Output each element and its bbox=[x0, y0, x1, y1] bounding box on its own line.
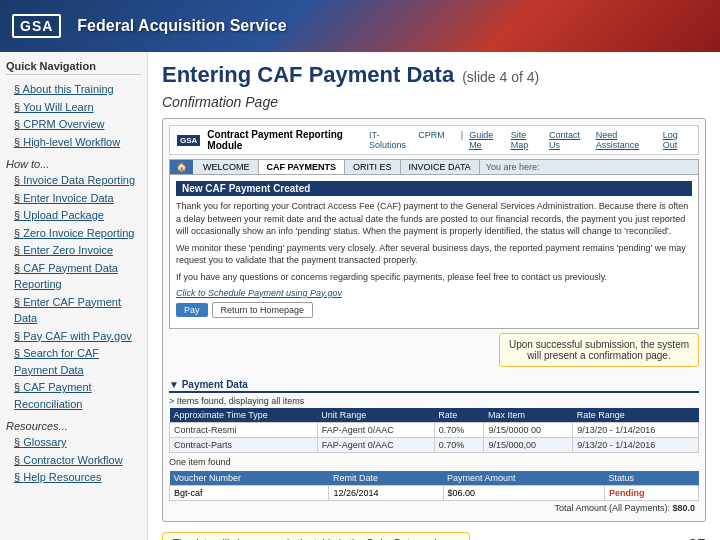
table-row: Contract-Resmi FAP-Agent 0/AAC 0.70% 9/1… bbox=[170, 422, 699, 437]
page-title: Entering CAF Payment Data bbox=[162, 62, 454, 88]
module-body: New CAF Payment Created Thank you for re… bbox=[169, 174, 699, 329]
sidebar-link-highlevel[interactable]: High-level Workflow bbox=[14, 134, 141, 151]
sidebar-howto-label: How to... bbox=[6, 158, 141, 170]
module-nav-it: IT-Solutions bbox=[369, 130, 412, 150]
return-homepage-button[interactable]: Return to Homepage bbox=[212, 302, 314, 318]
module-home-icon[interactable]: 🏠 bbox=[170, 160, 193, 174]
sidebar-link-upload[interactable]: Upload Package bbox=[14, 207, 141, 224]
sidebar-link-enter-zero[interactable]: Enter Zero Invoice bbox=[14, 242, 141, 259]
new-payment-header: New CAF Payment Created bbox=[176, 181, 692, 196]
payment-data-section: ▼ Payment Data > Items found, displaying… bbox=[169, 379, 699, 515]
nav-guide[interactable]: Guide Me bbox=[469, 130, 505, 150]
module-nav-cprm: CPRM bbox=[418, 130, 445, 150]
module-screenshot: GSA Contract Payment Reporting Module IT… bbox=[162, 118, 706, 522]
payment-data-table: Approximate Time Type Unit Range Rate Ma… bbox=[169, 408, 699, 453]
col-unit-range: Unit Range bbox=[317, 408, 434, 423]
module-pay-row: Pay Return to Homepage bbox=[176, 302, 692, 318]
module-gsa-logo: GSA bbox=[176, 134, 201, 147]
col-remit: Remit Date bbox=[329, 471, 443, 486]
sidebar-link-invoice-reporting[interactable]: Invoice Data Reporting bbox=[14, 172, 141, 189]
sidebar-link-about[interactable]: About this Training bbox=[14, 81, 141, 98]
sidebar: Quick Navigation About this Training You… bbox=[0, 52, 148, 540]
one-item-label: One item found bbox=[169, 457, 699, 467]
table-row: Contract-Parts FAP-Agent 0/AAC 0.70% 9/1… bbox=[170, 437, 699, 452]
sidebar-link-caf-reconciliation[interactable]: CAF Payment Reconciliation bbox=[14, 379, 141, 412]
payment-data-title: ▼ Payment Data bbox=[169, 379, 699, 393]
col-max-item: Max Item bbox=[484, 408, 573, 423]
header: GSA Federal Acquisition Service bbox=[0, 0, 720, 52]
status-pending: Pending bbox=[605, 485, 699, 500]
nav-sitemap[interactable]: Site Map bbox=[511, 130, 543, 150]
col-status: Status bbox=[605, 471, 699, 486]
voucher-row: Bgt-caf 12/26/2014 $06.00 Pending bbox=[170, 485, 699, 500]
nav-contact[interactable]: Contact Us bbox=[549, 130, 590, 150]
col-rate: Rate bbox=[434, 408, 484, 423]
module-breadcrumb: You are here: bbox=[480, 160, 698, 174]
tab-welcome[interactable]: WELCOME bbox=[195, 160, 259, 174]
page-number: 25 bbox=[688, 537, 706, 540]
items-displaying: > Items found, displaying all items bbox=[169, 396, 699, 406]
col-rate-range: Rate Range bbox=[573, 408, 699, 423]
callout-text: Upon successful submission, the system w… bbox=[509, 339, 689, 361]
col-time-type: Approximate Time Type bbox=[170, 408, 318, 423]
module-nav-bar: IT-Solutions CPRM | Guide Me Site Map Co… bbox=[369, 130, 692, 150]
module-title: Contract Payment Reporting Module bbox=[207, 129, 369, 151]
gsa-logo: GSA bbox=[12, 14, 61, 38]
callout-box: Upon successful submission, the system w… bbox=[499, 333, 699, 367]
module-text-1: Thank you for reporting your Contract Ac… bbox=[176, 200, 692, 238]
sidebar-link-search-caf[interactable]: Search for CAF Payment Data bbox=[14, 345, 141, 378]
module-text-2: We monitor these 'pending' payments very… bbox=[176, 242, 692, 267]
sidebar-title: Quick Navigation bbox=[6, 60, 141, 75]
tab-invoice-data[interactable]: INVOICE DATA bbox=[401, 160, 480, 174]
sidebar-link-contractor-workflow[interactable]: Contractor Workflow bbox=[14, 452, 141, 469]
nav-help[interactable]: Need Assistance bbox=[596, 130, 657, 150]
sidebar-link-youwilllearn[interactable]: You Will Learn bbox=[14, 99, 141, 116]
sidebar-link-pay-caf[interactable]: Pay CAF with Pay.gov bbox=[14, 328, 141, 345]
sidebar-link-zero-reporting[interactable]: Zero Invoice Reporting bbox=[14, 225, 141, 242]
pay-button[interactable]: Pay bbox=[176, 303, 208, 317]
tab-caf-payments[interactable]: CAF PAYMENTS bbox=[259, 160, 346, 174]
bottom-callout: The data will also appear in the table i… bbox=[162, 532, 470, 540]
main-layout: Quick Navigation About this Training You… bbox=[0, 52, 720, 540]
module-top-bar: GSA Contract Payment Reporting Module IT… bbox=[169, 125, 699, 155]
module-text-3: If you have any questions or concerns re… bbox=[176, 271, 692, 284]
sidebar-link-cprm[interactable]: CPRM Overview bbox=[14, 116, 141, 133]
col-payment: Payment Amount bbox=[443, 471, 605, 486]
sidebar-link-help[interactable]: Help Resources bbox=[14, 469, 141, 486]
sidebar-link-caf-reporting[interactable]: CAF Payment Data Reporting bbox=[14, 260, 141, 293]
tab-orities[interactable]: ORITI ES bbox=[345, 160, 401, 174]
sidebar-link-enter-invoice[interactable]: Enter Invoice Data bbox=[14, 190, 141, 207]
total-row: Total Amount (All Payments): $80.0 bbox=[169, 501, 699, 515]
content-area: Entering CAF Payment Data (slide 4 of 4)… bbox=[148, 52, 720, 540]
slide-indicator: (slide 4 of 4) bbox=[462, 69, 539, 85]
module-tabs: 🏠 WELCOME CAF PAYMENTS ORITI ES INVOICE … bbox=[169, 159, 699, 174]
sidebar-link-enter-caf[interactable]: Enter CAF Payment Data bbox=[14, 294, 141, 327]
header-title: Federal Acquisition Service bbox=[77, 17, 286, 35]
col-voucher: Voucher Number bbox=[170, 471, 329, 486]
pay-link[interactable]: Click to Schedule Payment using Pay.gov bbox=[176, 288, 692, 298]
voucher-table: Voucher Number Remit Date Payment Amount… bbox=[169, 471, 699, 501]
confirmation-label: Confirmation Page bbox=[162, 94, 706, 110]
sidebar-resources-label: Resources... bbox=[6, 420, 141, 432]
sidebar-link-glossary[interactable]: Glossary bbox=[14, 434, 141, 451]
page-title-row: Entering CAF Payment Data (slide 4 of 4) bbox=[162, 62, 706, 88]
nav-logout[interactable]: Log Out bbox=[663, 130, 692, 150]
